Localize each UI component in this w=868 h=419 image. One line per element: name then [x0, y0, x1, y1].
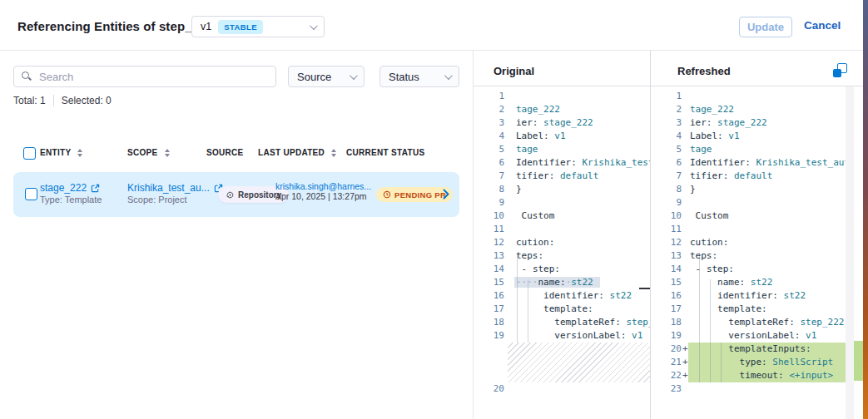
added-line-plus [682, 223, 688, 236]
added-line-plus [682, 130, 688, 143]
diff-line: 5tage [651, 143, 846, 156]
diff-line: 19 versionLabel: v1 [474, 329, 650, 343]
sort-arrows-icon[interactable] [77, 149, 82, 157]
line-number: 12 [474, 236, 504, 249]
added-line-plus [504, 316, 511, 329]
line-number: 19 [651, 329, 682, 343]
added-lines-overview-mark [854, 341, 863, 381]
indent-guide [528, 279, 528, 343]
line-number: 8 [651, 183, 682, 196]
diff-overview-ruler[interactable] [854, 86, 863, 419]
scope-cell: Krishika_test_au... Scope: Project [127, 181, 223, 205]
added-line-plus [682, 103, 688, 116]
diff-line: 8} [651, 183, 846, 196]
added-line-plus [682, 263, 688, 276]
status-filter-dropdown[interactable]: Status [379, 66, 459, 87]
chevron-right-icon[interactable] [443, 189, 449, 200]
line-code: Custom [511, 210, 650, 223]
added-line-plus [504, 196, 511, 210]
line-number: 18 [474, 316, 504, 329]
diff-line: 15····name:·st22 [474, 276, 650, 289]
copy-icon[interactable] [833, 63, 847, 77]
added-line-plus [682, 316, 688, 329]
added-line-plus [504, 249, 511, 263]
added-line-plus [682, 303, 688, 316]
line-code: template: [511, 303, 650, 316]
line-code: name: st22 [688, 276, 846, 289]
line-code: versionLabel: v1 [688, 329, 846, 343]
added-line-plus [504, 303, 511, 316]
page-title: Referencing Entities of step_222 [17, 19, 213, 33]
diff-line: 14 - step: [474, 263, 650, 276]
line-code: timeout: <+input> [688, 369, 846, 382]
column-entity[interactable]: ENTITY [40, 148, 82, 157]
diff-line: 9 [474, 196, 650, 210]
sort-arrows-icon[interactable] [331, 149, 336, 157]
sort-arrows-icon[interactable] [165, 149, 170, 157]
version-label: v1 [201, 21, 211, 32]
update-button[interactable]: Update [739, 17, 792, 37]
selection-summary: Total: 1 Selected: 0 [13, 95, 112, 106]
line-code: tage [688, 143, 846, 156]
table-header: ENTITY SCOPE SOURCE LAST UPDATED CURRENT… [0, 146, 473, 160]
git-sync-icon [226, 190, 235, 200]
line-number: 6 [474, 156, 504, 170]
line-code [688, 223, 846, 236]
diff-line: 1 [474, 90, 650, 103]
external-link-icon[interactable] [91, 184, 100, 193]
diff-line: 6Identifier: Krishika_test_aut [474, 156, 650, 170]
diff-original-pane[interactable]: 12tage_2223ier: stage_2224Label: v15tage… [474, 86, 650, 419]
line-code [688, 196, 846, 210]
line-code [511, 196, 650, 210]
diff-hatch-placeholder [508, 343, 650, 382]
line-number: 23 [651, 382, 682, 396]
column-scope[interactable]: SCOPE [127, 148, 170, 157]
scope-link[interactable]: Krishika_test_au... [127, 182, 210, 194]
added-line-plus [504, 116, 511, 130]
added-line-plus [504, 156, 511, 170]
version-selector[interactable]: v1 STABLE [191, 16, 325, 37]
added-line-plus [682, 143, 688, 156]
clock-icon [383, 190, 391, 199]
line-number: 10 [651, 210, 682, 223]
line-code: teps: [511, 249, 650, 263]
table-row[interactable]: stage_222 Type: Template Krishika_test_a… [13, 172, 459, 217]
added-line-plus [682, 276, 688, 289]
chevron-down-icon [444, 71, 453, 80]
row-checkbox[interactable] [25, 188, 37, 200]
line-code: Custom [688, 210, 846, 223]
line-code: tifier: default [511, 170, 650, 183]
search-input[interactable] [39, 67, 272, 86]
diff-line: 11 [651, 223, 846, 236]
diff-original-title: Original [494, 65, 534, 77]
column-current-status: CURRENT STATUS [346, 148, 424, 157]
diff-line: 3ier: stage_222 [474, 116, 650, 130]
diff-scrollbar[interactable] [846, 86, 854, 419]
line-code: tage_222 [688, 103, 846, 116]
source-filter-dropdown[interactable]: Source [288, 66, 365, 87]
column-last-updated[interactable]: LAST UPDATED [258, 148, 336, 157]
source-filter-label: Source [297, 71, 331, 83]
line-code: } [688, 183, 846, 196]
line-code [688, 90, 846, 103]
line-number: 4 [474, 130, 504, 143]
line-number: 13 [651, 249, 682, 263]
line-number: 19 [474, 329, 504, 343]
line-code: Identifier: Krishika_test_aut [511, 156, 650, 170]
diff-line: 1 [651, 90, 846, 103]
added-line-plus [504, 289, 511, 303]
line-number: 11 [651, 223, 682, 236]
added-line-plus: + [682, 356, 688, 369]
diff-line: 20+ templateInputs: [651, 343, 846, 356]
updated-by-link[interactable]: krishika.singh@harnes... [275, 181, 371, 191]
entity-link[interactable]: stage_222 [40, 182, 87, 194]
cancel-button[interactable]: Cancel [804, 19, 841, 32]
diff-line: 19 versionLabel: v1 [651, 329, 846, 343]
diff-change-marker [639, 288, 650, 289]
diff-refreshed-pane[interactable]: 12tage_2223ier: stage_2224Label: v15tage… [651, 86, 846, 419]
diff-refreshed-title: Refreshed [677, 65, 731, 77]
indent-guide [517, 253, 518, 343]
added-line-plus [504, 276, 511, 289]
diff-line: 4Label: v1 [474, 130, 650, 143]
diff-line: 7tifier: default [474, 170, 650, 183]
